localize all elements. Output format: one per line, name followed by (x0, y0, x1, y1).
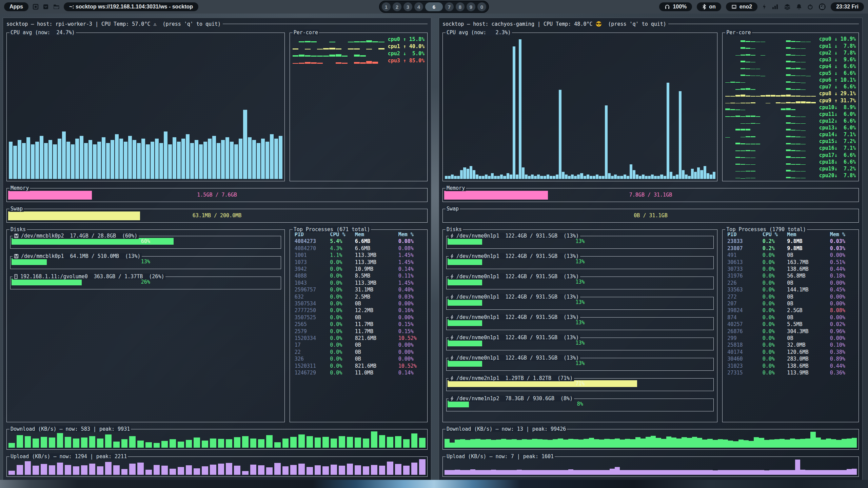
core-row-cpu3: cpu3↑85.0% (293, 57, 425, 64)
disk-percent-label: 13% (447, 320, 713, 326)
swap-usage-text: 63.1MB / 200.0MB (7, 212, 427, 219)
core-usage-label: cpu0↑15.8% (388, 36, 425, 42)
process-row: 306130.0%163.7MB0.51% (724, 259, 857, 265)
core-row-cpu5: cpu5↓6.6% (725, 70, 856, 77)
upload-label: Upload (KB/s) — now: 1294 | peak: 2211 (9, 453, 128, 460)
core-usage-label: cpu6↑10.1% (819, 77, 856, 83)
signal-bars-icon[interactable] (772, 4, 778, 10)
core-usage-label: cpu18↓6.6% (819, 159, 856, 165)
bluetooth-indicator[interactable]: on (697, 2, 721, 11)
core-sparkline (725, 77, 815, 83)
download-panel: Download (KB/s) — now: 13 | peak: 99426 (442, 429, 859, 449)
core-row-cpu1: cpu1↑40.0% (293, 43, 425, 50)
core-row-cpu7: cpu7↓6.6% (725, 83, 856, 90)
core-sparkline (725, 173, 815, 179)
core-row-cpu6: cpu6↑10.1% (725, 77, 856, 83)
terminal-window-left[interactable]: socktop — host: rpi-worker-3 | CPU Temp:… (3, 18, 431, 481)
workspace-button-6[interactable]: 6 (425, 2, 443, 11)
window-icon[interactable] (33, 4, 39, 10)
core-row-cpu11: cpu11↓6.0% (725, 111, 856, 118)
clock[interactable]: 23:32 Fri (831, 2, 864, 11)
core-row-cpu19: cpu19↓7.2% (725, 165, 856, 172)
processes-label: Top Processes (671 total) (293, 226, 371, 232)
cpu-avg-label: CPU avg (now: 24.7%) (9, 29, 76, 36)
upload-panel: Upload (KB/s) — now: 7 | peak: 1601 (442, 456, 859, 477)
terminal-window-right[interactable]: socktop — host: cachyos-gaming | CPU Tem… (439, 18, 863, 481)
process-row: 40842704.3%6.6MB0.08% (291, 245, 426, 252)
monitor-app-icon[interactable] (818, 3, 826, 11)
apps-button[interactable]: Apps (4, 2, 28, 11)
core-row-cpu9: cpu9↑31.7% (725, 97, 856, 104)
network-name: eno2 (739, 4, 752, 10)
disk-usage-text: /dev/nvme0n1p1 122.4GB / 931.5GB (13%) (456, 355, 579, 361)
workspace-button-1[interactable]: 1 (382, 2, 391, 11)
power-icon[interactable] (807, 4, 813, 10)
folder-icon[interactable] (53, 4, 60, 10)
disk-entry: /dev/nvme0n1p1 122.4GB / 931.5GB (13%)13… (446, 297, 714, 310)
download-label: Download (KB/s) — now: 13 | peak: 99426 (446, 426, 567, 432)
volume-indicator[interactable]: 100% (659, 2, 692, 11)
processes-panel: Top Processes (1790 total) PIDCPU %MemMe… (722, 229, 859, 422)
percore-list: cpu0↓10.9%cpu1↓7.8%cpu2↓7.8%cpu3↓9.6%cpu… (725, 36, 856, 179)
system-tray: 100% on eno2 (659, 2, 864, 11)
swap-label: Swap (9, 206, 24, 212)
network-indicator[interactable]: eno2 (726, 2, 757, 11)
core-usage-label: cpu20↓7.8% (819, 172, 856, 179)
arrow-down-icon: ↓ (834, 84, 837, 90)
tray-icon[interactable] (43, 4, 49, 10)
arrow-up-icon: ↑ (834, 98, 837, 104)
window-title-label: ~: socktop ws://192.168.1.104:3031/ws - … (69, 4, 193, 10)
swap-panel: Swap 0B / 31.1GB (442, 209, 859, 223)
core-sparkline (293, 36, 384, 42)
disk-entry: /dev/nvme0n1p1 122.4GB / 931.5GB (13%)13… (446, 277, 714, 289)
bolt-icon (450, 315, 454, 320)
core-usage-label: cpu17↓6.6% (819, 152, 856, 158)
memory-panel: Memory 7.8GB / 31.1GB (442, 188, 859, 202)
workspace-button-0[interactable]: 0 (477, 2, 486, 11)
bolt-icon (450, 233, 454, 238)
memory-meter: 7.8GB / 31.1GB (443, 189, 858, 201)
process-table: PIDCPU %MemMem %40842735.4%6.6MB0.08%408… (291, 231, 426, 376)
process-row: 220.0%0B0.00% (291, 349, 426, 355)
disk-percent-label: 8% (447, 401, 713, 407)
bell-icon[interactable] (796, 4, 802, 10)
ethernet-icon (731, 4, 737, 9)
process-row: 304600.0%283.0MB0.89% (724, 355, 857, 362)
core-usage-label: cpu14↓7.1% (819, 131, 856, 138)
process-row: 10011.1%113.3MB1.45% (291, 252, 426, 259)
header-rule (223, 24, 428, 24)
disk-percent-label: 13% (447, 259, 713, 265)
process-row: 2720.0%0B0.00% (724, 293, 857, 300)
bolt-icon (450, 335, 454, 340)
core-usage-label: cpu3↓9.6% (819, 57, 856, 63)
power-profile-icon[interactable] (762, 4, 766, 10)
disk-percent-label: 13% (447, 279, 713, 285)
core-sparkline (293, 50, 384, 56)
workspace-button-4[interactable]: 4 (414, 2, 423, 11)
workspace-button-2[interactable]: 2 (393, 2, 401, 11)
core-row-cpu0: cpu0↑15.8% (293, 36, 425, 43)
arrow-down-icon: ↓ (834, 166, 837, 172)
disk-title: /dev/nvme0n1p1 122.4GB / 931.5GB (13%) (449, 294, 580, 300)
core-row-cpu20: cpu20↓7.8% (725, 172, 856, 179)
workspace-button-7[interactable]: 7 (445, 2, 454, 11)
layers-icon[interactable] (784, 4, 791, 10)
disk-icon (14, 254, 19, 259)
disk-entry: /dev/nvme0n1p1 122.4GB / 931.5GB (13%)13… (446, 256, 714, 269)
core-sparkline (725, 98, 815, 103)
process-row: 319760.0%56.8MB0.18% (724, 272, 857, 279)
core-row-cpu1: cpu1↓7.8% (725, 43, 856, 49)
process-row: 310230.0%138.6MB0.44% (724, 362, 857, 369)
workspace-button-9[interactable]: 9 (467, 2, 475, 11)
download-chart (8, 431, 426, 447)
core-sparkline (725, 57, 815, 63)
disk-entry: /dev/nvme1n1p2 78.3GB / 930.6GB (8%)8% (446, 399, 714, 411)
process-row: 25790.0%11.7MB0.15% (291, 328, 426, 334)
process-row: 25967570.0%31.1MB0.40% (291, 286, 426, 293)
workspace-button-8[interactable]: 8 (456, 2, 465, 11)
disk-list: /dev/mmcblk0p2 17.4GB / 28.8GB (60%)60%/… (7, 236, 284, 289)
window-title[interactable]: ~: socktop ws://192.168.1.104:3031/ws - … (64, 2, 198, 11)
core-usage-label: cpu16↓7.1% (819, 145, 856, 151)
workspace-button-3[interactable]: 3 (403, 2, 412, 11)
disk-entry: /dev/nvme0n1p1 122.4GB / 931.5GB (13%)13… (446, 236, 714, 249)
